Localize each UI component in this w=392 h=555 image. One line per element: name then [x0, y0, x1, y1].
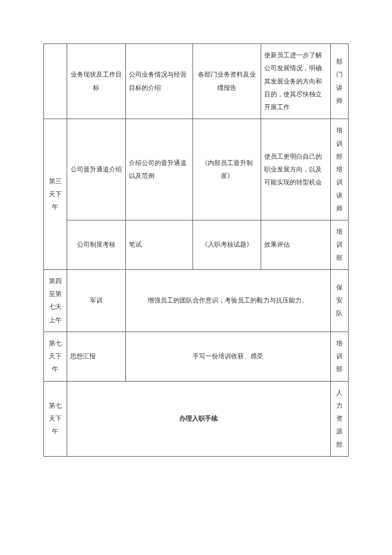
cell-merged-content: 手写一份培训收获、感受 [125, 332, 330, 381]
cell-content: 笔试 [125, 220, 193, 270]
cell-topic: 业务现状及工作目标 [67, 44, 125, 119]
table-row: 第七天下午 思想汇报 手写一份培训收获、感受 培训部 [44, 332, 349, 381]
cell-instructor: 保安队 [330, 269, 348, 332]
cell-topic: 公司制度考核 [67, 220, 125, 270]
cell-time: 第七天下午 [44, 332, 67, 381]
cell-time: 第三天下午 [44, 119, 67, 270]
table-row: 第四至第七天上午 军训 增强员工的团队合作意识，考验员工的毅力与抗压能力。 保安… [44, 269, 349, 332]
cell-purpose: 使新员工进一步了解公司发展情况，明确其发展业务的方向和目的，使其尽快独立开展工作 [261, 44, 330, 119]
cell-time: 第七天下午 [44, 381, 67, 456]
cell-time: 第四至第七天上午 [44, 269, 67, 332]
cell-purpose: 使员工更明白自己的职业发展方向，以及可能实现的转型机会 [261, 119, 330, 220]
training-schedule-table: 业务现状及工作目标 公司业务情况与经营目标的介绍 各部门业务资料及业绩报告 使新… [43, 43, 349, 457]
cell-instructor: 培训部 [330, 332, 348, 381]
table-row: 公司制度考核 笔试 《入职考核试题》 效果评估 培训部 [44, 220, 349, 270]
table-row: 第七天下午 办理入职手续 人力资源部 [44, 381, 349, 456]
cell-instructor: 部门讲师 [330, 44, 348, 119]
table-row: 业务现状及工作目标 公司业务情况与经营目标的介绍 各部门业务资料及业绩报告 使新… [44, 44, 349, 119]
cell-topic: 思想汇报 [67, 332, 125, 381]
cell-content: 公司业务情况与经营目标的介绍 [125, 44, 193, 119]
cell-topic: 军训 [67, 269, 125, 332]
cell-instructor: 培训部培训讲师 [330, 119, 348, 220]
cell-material: 各部门业务资料及业绩报告 [193, 44, 261, 119]
cell-instructor: 人力资源部 [330, 381, 348, 456]
cell-content: 介绍公司的晋升通道以及范例 [125, 119, 193, 220]
cell-topic: 公司晋升通道介绍 [67, 119, 125, 220]
cell-time [44, 44, 67, 119]
cell-purpose: 效果评估 [261, 220, 330, 270]
cell-instructor: 培训部 [330, 220, 348, 270]
cell-material: 《入职考核试题》 [193, 220, 261, 270]
cell-merged-content: 办理入职手续 [67, 381, 330, 456]
cell-merged-content: 增强员工的团队合作意识，考验员工的毅力与抗压能力。 [125, 269, 330, 332]
cell-material: 《内部员工晋升制度》 [193, 119, 261, 220]
table-row: 第三天下午 公司晋升通道介绍 介绍公司的晋升通道以及范例 《内部员工晋升制度》 … [44, 119, 349, 220]
